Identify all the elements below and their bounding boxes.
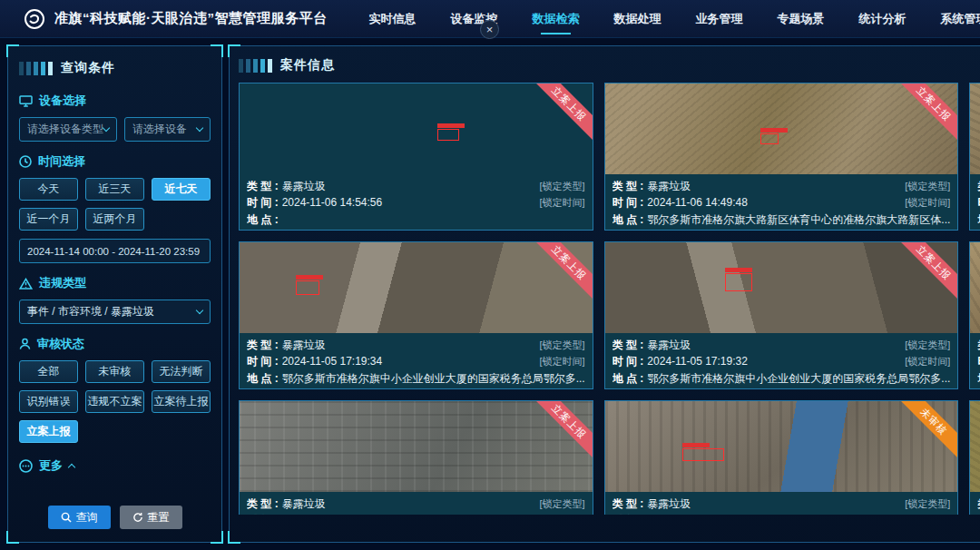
case-card[interactable]: 未审核 类 型 :暴露垃圾[锁定类型] 时 间 :2024-10-28 10:2… (604, 400, 959, 515)
detection-box (437, 129, 459, 141)
nav-item-business-mgmt[interactable]: 业务管理 (694, 7, 745, 31)
ellipsis-circle-icon (19, 459, 33, 473)
audit-section-title: 审核状态 (19, 336, 211, 352)
main-menu: 实时信息 设备监控 数据检索 数据处理 业务管理 专题场景 统计分析 系统管理 (368, 7, 980, 31)
violation-type-select[interactable]: 事件 / 市容环境 / 暴露垃圾 (19, 300, 211, 324)
case-image[interactable]: 立案上报 (605, 83, 958, 174)
case-card[interactable]: 立案上报 类 型 :暴露垃圾[锁定类型] 时 间 :2024-11-06 14:… (239, 83, 593, 231)
case-status-ribbon: 立案上报 (525, 401, 593, 465)
query-conditions-panel: 查询条件 设备选择 请选择设备类型 请选择设备 时间选择 今天 近三天 近七天 … (7, 45, 222, 543)
time-filter-today[interactable]: 今天 (19, 178, 78, 201)
case-image[interactable]: 立案上报 (605, 242, 958, 333)
case-image[interactable]: 立案上报 (240, 242, 593, 333)
case-card[interactable]: 立案上报 类 型 :暴露垃圾[锁定类型] 时 间 :2024-11-05 17:… (604, 241, 959, 389)
nav-item-data-process[interactable]: 数据处理 (612, 7, 663, 31)
audit-filter-no-case[interactable]: 违规不立案 (85, 390, 144, 413)
platform-logo-icon (24, 8, 45, 30)
case-card[interactable]: 立案上报 类 型 :暴露垃圾[锁定类型] 时 间 :2024-10-25 09:… (969, 400, 980, 515)
nav-collapse-button[interactable]: × (480, 20, 499, 39)
case-status-ribbon: 立案上报 (525, 83, 593, 147)
audit-filter-undeterminable[interactable]: 无法判断 (152, 360, 211, 383)
device-type-select[interactable]: 请选择设备类型 (19, 117, 117, 142)
detection-box (682, 448, 724, 461)
detection-box (760, 133, 779, 144)
device-select[interactable]: 请选择设备 (124, 117, 211, 142)
time-filter-7days[interactable]: 近七天 (152, 178, 211, 201)
case-card[interactable]: 立案上报 类 型 :暴露垃圾[锁定类型] 时 间 :2024-11-06 14:… (969, 83, 980, 231)
refresh-icon (132, 512, 143, 523)
audit-filter-case-reported[interactable]: 立案上报 (19, 420, 78, 443)
audit-filter-unreviewed[interactable]: 未审核 (85, 360, 144, 383)
case-card[interactable]: 立案上报 类 型 :暴露垃圾[锁定类型] 时 间 :2024-11-05 14:… (969, 241, 980, 389)
reset-button[interactable]: 重置 (120, 506, 182, 529)
warning-triangle-icon (19, 278, 33, 290)
violation-section-title: 违规类型 (19, 275, 211, 291)
time-filter-3days[interactable]: 近三天 (85, 178, 144, 201)
nav-item-system-mgmt[interactable]: 系统管理 (939, 7, 980, 31)
case-image[interactable]: 立案上报 (970, 83, 980, 174)
time-section-title: 时间选择 (19, 153, 211, 170)
case-card[interactable]: 立案上报 类 型 :暴露垃圾[锁定类型] 时 间 :2024-11-05 17:… (239, 241, 593, 389)
more-toggle[interactable]: 更多 (19, 457, 211, 474)
case-image[interactable]: 立案上报 (970, 401, 980, 492)
clock-icon (19, 155, 32, 168)
date-range-input[interactable]: 2024-11-14 00:00 - 2024-11-20 23:59 (19, 239, 211, 263)
case-status-ribbon: 未审核 (891, 401, 958, 465)
audit-filter-misidentified[interactable]: 识别错误 (19, 390, 78, 413)
sidebar-title: 查询条件 (61, 60, 115, 76)
audit-filter-pending-report[interactable]: 立案待上报 (152, 390, 211, 413)
platform-title: 准旗“科技赋能·天眼治违”智慧管理服务平台 (54, 10, 328, 27)
section-bars-icon (239, 59, 272, 73)
time-filter-1month[interactable]: 近一个月 (19, 208, 78, 231)
case-image[interactable]: 立案上报 (240, 401, 593, 492)
main-title: 案件信息 (280, 57, 335, 74)
case-status-ribbon: 立案上报 (891, 83, 958, 147)
nav-item-realtime-info[interactable]: 实时信息 (368, 7, 418, 31)
case-image[interactable]: 立案上报 (240, 83, 593, 174)
chevron-up-icon (68, 463, 75, 470)
pagination: 共 13 条 1 2 12 条/页 跳至 页 (239, 515, 980, 538)
search-icon (61, 512, 72, 523)
chevron-down-icon (103, 124, 110, 132)
nav-item-statistics[interactable]: 统计分析 (858, 7, 908, 31)
case-card-grid: 立案上报 类 型 :暴露垃圾[锁定类型] 时 间 :2024-11-06 14:… (239, 83, 980, 515)
chevron-down-icon (196, 124, 203, 132)
detection-box (725, 273, 752, 291)
chevron-down-icon (196, 307, 203, 314)
case-status-ribbon: 立案上报 (891, 242, 958, 306)
case-card[interactable]: 立案上报 类 型 :暴露垃圾[锁定类型] 时 间 :2024-11-06 14:… (604, 83, 959, 231)
nav-item-special-scenes[interactable]: 专题场景 (776, 7, 827, 31)
device-section-title: 设备选择 (19, 93, 211, 109)
query-button[interactable]: 查询 (48, 506, 111, 529)
audit-filter-all[interactable]: 全部 (19, 360, 78, 383)
case-info-panel: 案件信息 导出方式: 本页数据 全部数据 本页图片 立案上报 类 型 :暴露垃 (229, 45, 980, 543)
section-bars-icon (19, 62, 53, 75)
case-image[interactable]: 立案上报 (970, 242, 980, 333)
case-status-ribbon: 立案上报 (525, 242, 593, 306)
nav-item-data-search[interactable]: 数据检索 (531, 7, 582, 31)
time-filter-2months[interactable]: 近两个月 (85, 208, 144, 231)
case-card[interactable]: 立案上报 类 型 :暴露垃圾[锁定类型] 时 间 :2024-11-05 13:… (239, 400, 593, 515)
person-outline-icon (19, 338, 31, 350)
detection-box (296, 280, 319, 295)
case-image[interactable]: 未审核 (605, 401, 958, 492)
monitor-icon (19, 95, 33, 107)
